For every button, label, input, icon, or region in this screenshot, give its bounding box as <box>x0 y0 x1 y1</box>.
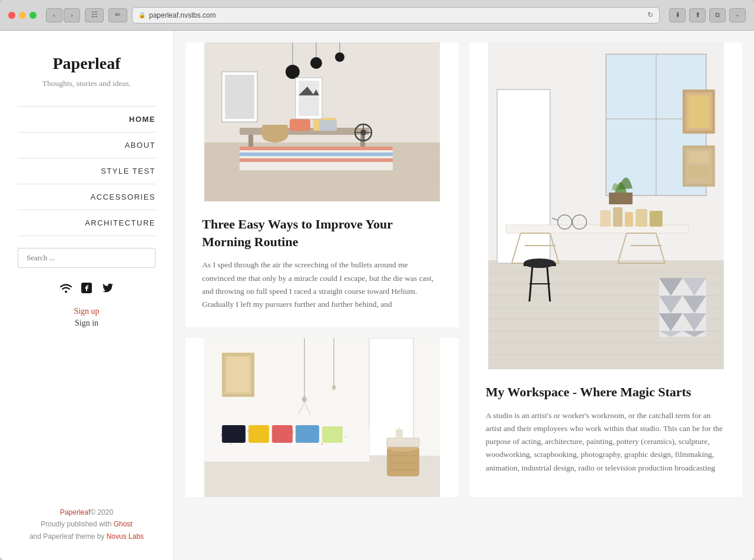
minimize-button[interactable] <box>19 12 26 19</box>
sidebar: Paperleaf Thoughts, stories and ideas. H… <box>0 31 174 560</box>
svg-point-0 <box>65 291 67 293</box>
twitter-icon[interactable] <box>101 282 114 297</box>
svg-rect-118 <box>222 425 246 443</box>
sidebar-toggle-button[interactable]: + <box>729 8 746 22</box>
svg-rect-25 <box>240 158 393 162</box>
sidebar-footer: Paperleaf© 2020 Proudly published with G… <box>29 489 144 542</box>
window-controls <box>8 12 37 19</box>
svg-point-31 <box>335 52 345 62</box>
nav-home[interactable]: HOME <box>18 107 156 132</box>
svg-rect-98 <box>227 357 250 392</box>
sidebar-nav: HOME ABOUT STYLE TEST ACCESSORIES ARCHIT… <box>18 107 156 236</box>
refresh-button[interactable]: ↻ <box>647 11 653 19</box>
footer-year: © 2020 <box>90 508 113 516</box>
search-input[interactable] <box>18 248 156 268</box>
url-text: paperleaf.nvslbs.com <box>149 11 216 19</box>
post-1-image <box>186 42 459 201</box>
footer-novus-link[interactable]: Novus Labs <box>107 532 144 541</box>
browser-action-buttons: ⬇ ⬆ ⧉ + <box>669 8 746 22</box>
rss-icon[interactable] <box>59 282 72 297</box>
nav-architecture[interactable]: ARCHITECTURE <box>18 210 156 236</box>
svg-rect-50 <box>609 193 632 204</box>
svg-point-100 <box>302 396 307 402</box>
post-card-1[interactable]: Three Easy Ways to Improve Your Morning … <box>186 42 459 327</box>
nav-buttons: ‹ › <box>46 8 80 22</box>
nav-about[interactable]: ABOUT <box>18 132 156 158</box>
facebook-icon[interactable] <box>81 282 92 297</box>
post-2-title[interactable]: My Workspace - Where Magic Starts <box>486 383 726 401</box>
main-content: Three Easy Ways to Improve Your Morning … <box>174 31 754 560</box>
svg-point-114 <box>345 436 346 438</box>
maximize-button[interactable] <box>29 12 37 19</box>
svg-rect-119 <box>249 425 269 443</box>
svg-rect-128 <box>387 438 419 447</box>
new-tab-button[interactable]: ⧉ <box>709 8 726 22</box>
svg-rect-23 <box>240 147 393 150</box>
site-title: Paperleaf <box>52 54 120 73</box>
svg-rect-19 <box>290 119 310 131</box>
forward-button[interactable]: › <box>64 8 80 22</box>
post-card-3[interactable] <box>186 338 459 497</box>
svg-rect-56 <box>688 151 709 163</box>
footer-theme-text: and Paperleaf theme by <box>29 532 104 541</box>
footer-ghost-link[interactable]: Ghost <box>114 520 133 528</box>
post-2-excerpt: A studio is an artist's or worker's work… <box>486 409 726 475</box>
page-content: Paperleaf Thoughts, stories and ideas. H… <box>0 31 754 560</box>
sign-up-link[interactable]: Sign up <box>74 307 99 316</box>
address-bar[interactable]: 🔒 paperleaf.nvslbs.com ↻ <box>132 7 660 24</box>
nav-accessories[interactable]: ACCESSORIES <box>18 184 156 210</box>
svg-point-82 <box>523 259 555 268</box>
browser-titlebar: ‹ › ☷ ✏ 🔒 paperleaf.nvslbs.com ↻ ⬇ ⬆ ⧉ + <box>0 0 754 31</box>
reader-view-button[interactable]: ☷ <box>85 8 104 22</box>
svg-rect-129 <box>396 429 403 440</box>
close-button[interactable] <box>8 12 15 19</box>
share-button[interactable]: ⬆ <box>689 8 706 22</box>
nav-style-test[interactable]: STYLE TEST <box>18 158 156 184</box>
svg-rect-122 <box>322 426 343 443</box>
svg-rect-74 <box>613 207 622 227</box>
svg-point-27 <box>286 65 300 79</box>
svg-point-117 <box>321 443 323 445</box>
back-button[interactable]: ‹ <box>46 8 62 22</box>
svg-rect-73 <box>600 210 610 227</box>
svg-rect-24 <box>240 153 393 156</box>
footer-brand-link[interactable]: Paperleaf <box>60 508 90 516</box>
post-1-body: Three Easy Ways to Improve Your Morning … <box>186 201 459 327</box>
svg-rect-76 <box>635 209 647 227</box>
post-2-image <box>469 42 743 369</box>
svg-rect-121 <box>296 425 319 443</box>
svg-rect-53 <box>688 95 709 128</box>
svg-point-115 <box>230 443 232 445</box>
auth-links: Sign up Sign in <box>74 307 99 328</box>
post-3-image <box>186 338 459 497</box>
post-1-excerpt: As I sped through the air the screeching… <box>202 259 442 311</box>
svg-rect-44 <box>497 90 550 263</box>
post-card-2[interactable]: My Workspace - Where Magic Starts A stud… <box>469 42 743 497</box>
lock-icon: 🔒 <box>138 12 145 18</box>
svg-rect-130 <box>399 428 400 430</box>
sign-in-link[interactable]: Sign in <box>75 319 98 328</box>
site-tagline: Thoughts, stories and ideas. <box>42 79 131 88</box>
svg-rect-57 <box>688 166 709 178</box>
svg-rect-77 <box>649 211 662 227</box>
pencil-button[interactable]: ✏ <box>108 8 127 22</box>
svg-rect-18 <box>262 125 288 135</box>
post-1-title[interactable]: Three Easy Ways to Improve Your Morning … <box>202 216 442 250</box>
svg-rect-9 <box>225 75 254 119</box>
browser-window: ‹ › ☷ ✏ 🔒 paperleaf.nvslbs.com ↻ ⬇ ⬆ ⧉ +… <box>0 0 754 560</box>
svg-rect-120 <box>272 425 293 443</box>
svg-rect-21 <box>319 120 337 131</box>
download-button[interactable]: ⬇ <box>669 8 686 22</box>
post-2-body: My Workspace - Where Magic Starts A stud… <box>469 369 743 491</box>
svg-point-104 <box>332 385 336 390</box>
svg-point-29 <box>310 57 322 69</box>
footer-published-text: Proudly published with <box>41 520 111 528</box>
svg-rect-75 <box>624 212 633 227</box>
svg-rect-33 <box>299 81 319 116</box>
social-icons <box>59 282 114 297</box>
svg-rect-11 <box>249 135 253 147</box>
